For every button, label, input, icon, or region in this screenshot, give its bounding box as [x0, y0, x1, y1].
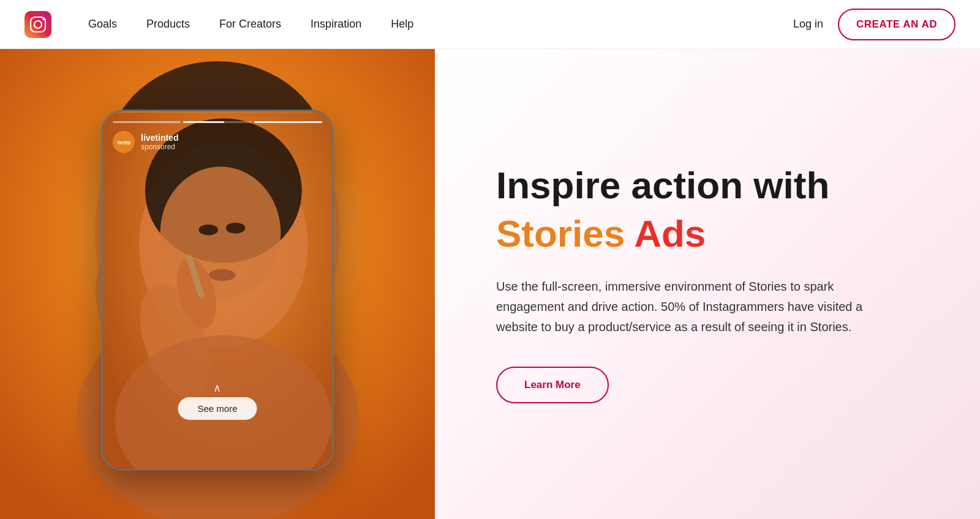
content-block: Inspire action with Stories Ads Use the … — [496, 165, 876, 403]
brand-sponsored: sponsored — [141, 143, 178, 151]
brand-text: livetinted sponsored — [141, 133, 178, 151]
nav-item-goals[interactable]: Goals — [76, 13, 129, 35]
story-segment-3 — [254, 121, 322, 123]
stories-progress-bar — [113, 121, 322, 123]
stories-word: Stories — [496, 212, 625, 255]
brand-name: livetinted — [141, 133, 178, 143]
create-ad-button[interactable]: CREATE AN AD — [838, 9, 956, 40]
see-more-button[interactable]: See more — [178, 397, 257, 420]
nav-item-for-creators[interactable]: For Creators — [207, 13, 293, 35]
chevron-up-icon: ∧ — [213, 381, 221, 395]
svg-rect-0 — [24, 11, 51, 38]
login-button[interactable]: Log in — [793, 18, 823, 31]
content-section: Inspire action with Stories Ads Use the … — [435, 49, 980, 519]
nav-item-inspiration[interactable]: Inspiration — [298, 13, 374, 35]
svg-point-3 — [42, 18, 44, 20]
headline-colored: Stories Ads — [496, 211, 876, 256]
header-actions: Log in CREATE AN AD — [793, 9, 956, 40]
description-text: Use the full-screen, immersive environme… — [496, 277, 876, 337]
story-segment-2 — [183, 121, 251, 123]
svg-point-21 — [209, 269, 235, 282]
phone-screen: TINTED livetinted sponsored ∧ See more — [103, 111, 332, 469]
headline-line1: Inspire action with — [496, 165, 876, 206]
ads-word: Ads — [634, 212, 706, 255]
story-segment-1 — [113, 121, 181, 123]
brand-avatar: TINTED — [113, 131, 135, 153]
learn-more-button[interactable]: Learn More — [496, 367, 609, 403]
instagram-logo[interactable] — [24, 11, 51, 38]
svg-text:TINTED: TINTED — [117, 141, 131, 145]
svg-point-20 — [226, 223, 245, 234]
nav-item-products[interactable]: Products — [134, 13, 202, 35]
swipe-up-area[interactable]: ∧ See more — [178, 381, 257, 420]
svg-point-19 — [198, 225, 217, 236]
main-nav: Goals Products For Creators Inspiration … — [76, 13, 793, 35]
header: Goals Products For Creators Inspiration … — [0, 0, 980, 49]
phone-demo-section: TINTED livetinted sponsored ∧ See more — [0, 49, 435, 519]
phone-brand-header: TINTED livetinted sponsored — [113, 131, 178, 153]
main-content: TINTED livetinted sponsored ∧ See more — [0, 49, 980, 519]
phone-mockup: TINTED livetinted sponsored ∧ See more — [101, 110, 334, 471]
nav-item-help[interactable]: Help — [379, 13, 426, 35]
